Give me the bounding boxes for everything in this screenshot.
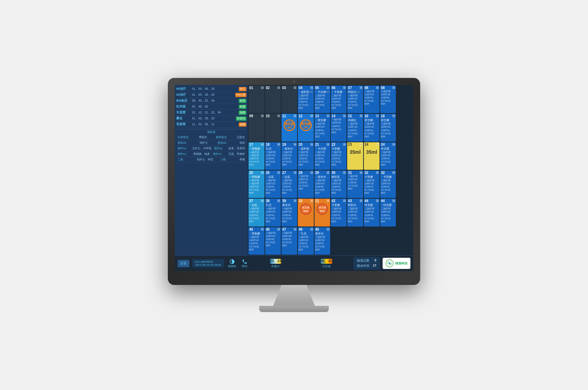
bed-43[interactable]: 43 — 阿莉尔 二级护理126573212367tsm门/m北特叶 — [347, 199, 363, 226]
bed-27[interactable]: 27 — ♂ 志磊 二级护理126573212367tsm门/m北特叶 — [281, 170, 297, 198]
bed-46[interactable]: 46 — 二级护理126573212367tsm门/m北特叶 — [265, 227, 281, 255]
duty-row-1: 白班医生 李医生 夜班医生 王医生 — [176, 135, 246, 140]
bed-24b[interactable]: 24 — 特克露 二级护理126573212367tsm门/m北特叶 — [380, 142, 396, 170]
duty-label-5a: 二线 — [178, 158, 190, 161]
svg-point-1 — [389, 263, 390, 264]
bed-16a[interactable]: 16 — 莫甘娜 三级护理126573212367tsm门/m北特叶 — [364, 114, 379, 141]
bed-01[interactable]: 01 — — [248, 86, 264, 113]
camera-dot — [293, 81, 295, 83]
treatment-row-3: Bid血压 28、43、22、34 检查 — [176, 98, 246, 104]
monitor-bezel: 08治疗 01、03、05、23 转入 04治疗 41、03、25、23 PIC… — [168, 78, 420, 285]
bed-10b[interactable]: 10 — 莱安娜 0ml — [298, 199, 313, 226]
bed-47[interactable]: 47 — 二级护理126573212367tsm门/m北特叶 — [281, 227, 297, 255]
bed-24a[interactable]: 24 — 35ml — [364, 142, 379, 170]
spacer-6e — [397, 227, 412, 255]
brain-button[interactable]: 精神科 — [228, 259, 236, 268]
treatment-row-2: 04治疗 41、03、25、23 PICC管 — [176, 92, 246, 98]
monitor-screen: 08治疗 01、03、05、23 转入 04治疗 41、03、25、23 PIC… — [175, 85, 413, 271]
duty-value-1b: 王医生 — [237, 135, 245, 139]
bed-08a[interactable]: 08 — 三级护理126573212367tsm门/m北特叶 — [364, 86, 379, 113]
treatment-value-1: 01、03、05、23 — [192, 87, 238, 91]
datetime-display: 2017-06-15 20:15:54 — [195, 263, 221, 266]
bed-10[interactable]: 10 — — [265, 114, 281, 141]
bed-45[interactable]: 45 — ♀ 席薇娜 一级护理126573212367tsm门/m北特叶 — [248, 227, 264, 255]
duty-row-4: 责护e1 李丽丽、钱多 责护e1 王晶、李湘米 — [176, 151, 246, 157]
infusion-total-label: 输液总数 — [357, 258, 369, 263]
treatment-row-7: 导尿管 11、32、55、11 血糖 — [176, 122, 246, 128]
bed-38[interactable]: 38 — 孔克 一级护理126573212367tsm门/m北特叶 — [265, 199, 281, 226]
bed-37[interactable]: 37 — ♀ 志磊 一级护理126573212367tsm门/m北特叶 — [248, 199, 264, 226]
bed-44b[interactable]: 44 — ♂ 特克露 二级护理126573212367tsm门/m北特叶 — [380, 199, 396, 226]
bed-08b[interactable]: 08 — 三级护理126573212367tsm门/m北特叶 — [380, 86, 396, 113]
duty-label-4b: 责护e1 — [213, 152, 225, 156]
duty-value-2b: 张彤 — [239, 141, 245, 145]
bed-12[interactable]: 12 — 莱安娜 479 — [298, 114, 313, 141]
treatment-tag-2: PICC管 — [235, 93, 246, 97]
bed-20[interactable]: 20 — ♀ 妮利亚 三级护理126573212367tsm门/m北特叶 — [298, 142, 313, 170]
bed-39[interactable]: 39 — 基米尔 一级护理126573212367tsm门/m北特叶 — [281, 199, 297, 226]
bed-22[interactable]: 22 — 卡里娜 二级护理126573212367tsm门/m北特叶 — [331, 142, 346, 170]
duty-value-1a: 李医生 — [199, 135, 207, 139]
bed-21[interactable]: 21 — ♂ 卡尔因 二级护理126573212367tsm门/m北特叶 — [315, 142, 330, 170]
treatment-label-7: 导尿管 — [176, 122, 192, 127]
call-button[interactable]: 呼叫 — [242, 259, 247, 268]
bed-15[interactable]: 15 — 卓德拉 二级护理126573212367tsm门/m北特叶 — [347, 114, 363, 141]
treatment-label-4: 红外线 — [176, 105, 192, 109]
monitor-base — [259, 306, 329, 312]
logo-text: 绿烁科技 — [395, 261, 408, 266]
bed-04[interactable]: 04 — ♂ 妮利亚 MH 二级护理126573212367tsm门/m北特叶 — [298, 86, 313, 113]
treatment-row-5: 引流管 22、12、21、22、34 隔离 — [176, 110, 246, 116]
bed-06[interactable]: 06 — ♂ 卡里娜 二级护理126573212367tsm门/m北特叶 — [331, 86, 346, 113]
gradient-box-1: 23、24 — [270, 259, 281, 264]
bed-14[interactable]: 14 — 一级护理126573212367tsm门/m北特叶 — [331, 114, 346, 141]
infusion-info: 输液总数 0 观余时间 17 — [353, 257, 380, 270]
bed-49[interactable]: 49 — 基米尔 二级护理126573212367tsm门/m北特叶 — [315, 227, 330, 255]
bed-16b[interactable]: 16 — 莫甘娜 三级护理126573212367tsm门/m北特叶 — [380, 114, 396, 141]
gradient-sublabel-2: 已完成 — [322, 264, 330, 268]
bed-44a[interactable]: 44 — 特克露 二级护理126573212367tsm门/m北特叶 — [364, 199, 379, 226]
bed-23[interactable]: 23 — 35ml — [347, 142, 363, 170]
bed-32b[interactable]: 32 — ♂ 卡里娜 二级护理126573212367tsm门/m北特叶 — [380, 170, 396, 198]
gradient-box-2-container: 40、41 已完成 — [302, 259, 351, 268]
bed-07[interactable]: 07 — 阿提尔 MH 一级护理126573212367tsm门/m北特叶 — [347, 86, 363, 113]
bed-42[interactable]: 42 — 卡里娜 二级护理126573212367tsm门/m北特叶 — [331, 199, 346, 226]
spacer-5 — [397, 199, 412, 226]
duty-label-3b: 责护a1 — [214, 146, 226, 150]
gradient-box-1-container: 23、24 药量少 — [252, 259, 300, 268]
infusion-total-value: 0 — [375, 258, 376, 263]
bed-11[interactable]: 11 — 莱安娜 488 — [281, 114, 297, 141]
treatment-value-3: 28、43、22、34 — [192, 99, 238, 103]
bed-25[interactable]: 25 — ♀ 席薇娜 一级护理一级护理1265732m门/m北特叶 — [248, 170, 264, 198]
bed-28[interactable]: 28 — 二级护理126573212367tsm门/m北特叶 — [298, 170, 313, 198]
bed-13[interactable]: 13 — ♂ 莱安娜 三级护理126573212367tsm门/m北特叶 — [315, 114, 330, 141]
app-content: 08治疗 01、03、05、23 转入 04治疗 41、03、25、23 PIC… — [175, 85, 413, 255]
brain-label: 精神科 — [228, 264, 236, 268]
bed-09[interactable]: 09 — — [248, 114, 264, 141]
treatment-label-5: 引流管 — [176, 111, 192, 115]
bed-30[interactable]: 30 — 晓莉亚 二级护理126573212367tsm门/m北特叶 — [331, 170, 346, 198]
duty-label-1b: 夜班医生 — [216, 135, 228, 139]
bed-05[interactable]: 05 — ♂ 卡尔姆 MH 二级护理126573212367tsm门/m北特叶 — [315, 86, 330, 113]
treatment-value-2: 41、03、25、23 — [192, 93, 235, 97]
bed-11b[interactable]: 11 — 莱安娜 0ml — [315, 199, 330, 226]
settings-button[interactable]: 设置 — [178, 260, 189, 267]
duty-label-2a: 责组A1 — [178, 141, 190, 145]
bed-29[interactable]: 29 — ♂ 基米尔 二级护理126573212367tsm门/m北特叶 — [315, 170, 330, 198]
bed-32a[interactable]: 32 — 卡里娜 二级护理126573212367tsm门/m北特叶 — [364, 170, 379, 198]
treatment-tag-3: 检查 — [239, 99, 246, 103]
bed-26[interactable]: 26 — ♂ 志磊 二级护理126573212367tsm门/m北特叶 — [265, 170, 281, 198]
duty-label-3a: 责护a1 — [178, 146, 190, 150]
bed-02[interactable]: 02 — — [265, 86, 281, 113]
bed-03[interactable]: 03 — — [281, 86, 297, 113]
duty-section: 值班表 白班医生 李医生 夜班医生 王医生 责组A1 张护士 责组A2 张彤 — [176, 129, 246, 162]
bed-19[interactable]: 19 — ♂ 基米尔 二级护理126573212367tsm门/m北特叶 — [281, 142, 297, 170]
monitor-stand — [273, 285, 315, 306]
remaining-time-label: 观余时间 — [357, 264, 369, 268]
duty-value-3b: 赵美、张里利 — [228, 146, 245, 150]
bed-48[interactable]: 48 — ♂ 孔克 二级护理126573212367tsm门/m北特叶 — [298, 227, 313, 255]
gradient-box-2: 40、41 — [321, 259, 332, 264]
bed-31[interactable]: 31 — 二级护理126573212367tsm门/m北特叶 — [347, 170, 363, 198]
bed-18[interactable]: 18 — 孔克 二级护理126573212367tsm门/m北特叶 — [265, 142, 281, 170]
spacer-6c — [364, 227, 379, 255]
bed-17[interactable]: 17 — ♀ 席薇娜 一级护理一级护理1265732m门/m北特叶 — [248, 142, 264, 170]
